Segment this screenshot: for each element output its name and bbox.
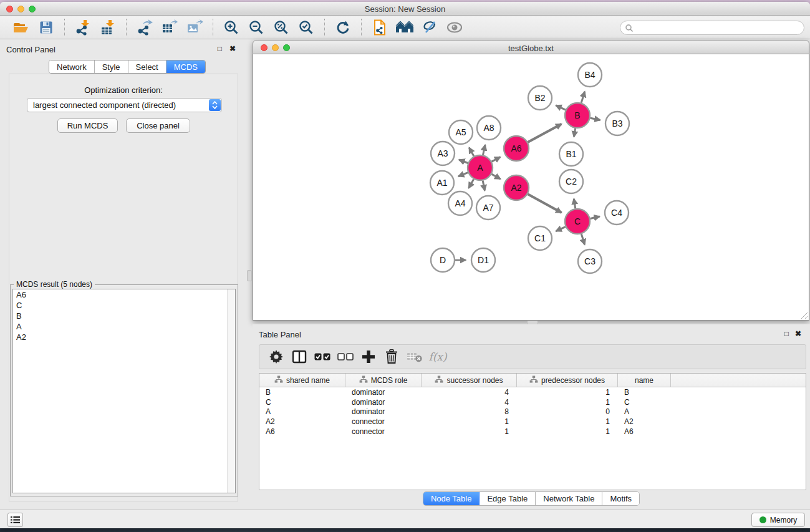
split-pane-divider-handle[interactable] [247,270,252,281]
network-graph[interactable]: B4B2BB3A8A5A6A3B1AC2A1A2A4A7C4CC1DD1C3 [253,54,809,319]
edge-A-A4[interactable] [469,179,474,188]
table-close-panel-icon[interactable]: ✖ [795,329,801,338]
task-history-button[interactable] [7,513,23,527]
tab-mcds[interactable]: MCDS [166,60,205,73]
table-settings-button[interactable] [268,348,285,365]
node-A4[interactable]: A4 [448,191,472,215]
table-cell[interactable]: B [259,388,345,397]
show-graphics-details-button[interactable] [445,18,464,37]
edge-C-C2[interactable] [574,199,575,209]
result-list-item[interactable]: C [13,300,235,311]
edge-B-B1[interactable] [574,128,575,137]
node-A2[interactable]: A2 [504,175,529,200]
node-B4[interactable]: B4 [578,63,602,87]
show-columns-button[interactable] [291,348,308,365]
node-C[interactable]: C [565,209,590,234]
close-panel-icon[interactable]: ✖ [229,44,236,53]
column-header-MCDS-role[interactable]: MCDS role [345,374,422,387]
edge-B-B4[interactable] [581,92,585,103]
edge-A-A1[interactable] [458,173,468,177]
tab-node-table[interactable]: Node Table [423,492,480,505]
node-A1[interactable]: A1 [430,171,454,195]
close-panel-button[interactable]: Close panel [126,118,190,133]
deselect-all-columns-button[interactable] [337,348,354,365]
table-cell[interactable]: B [618,388,671,397]
table-cell[interactable]: A [618,407,671,416]
tab-motifs[interactable]: Motifs [602,492,639,505]
edge-A-A5[interactable] [469,148,474,157]
table-float-panel-icon[interactable]: □ [784,329,789,338]
zoom-selected-button[interactable] [297,18,316,37]
tab-edge-table[interactable]: Edge Table [480,492,536,505]
edge-A-A6[interactable] [492,157,501,162]
node-B2[interactable]: B2 [528,86,552,110]
table-cell[interactable]: dominator [345,407,422,416]
main-titlebar[interactable]: Session: New Session [0,2,810,16]
node-A8[interactable]: A8 [477,116,501,140]
node-B1[interactable]: B1 [559,142,583,166]
tab-network-table[interactable]: Network Table [536,492,602,505]
node-A3[interactable]: A3 [431,142,455,165]
export-image-button[interactable] [185,18,204,37]
table-cell[interactable]: 0 [517,407,618,416]
table-row[interactable]: A2connector11A2 [259,417,806,427]
column-header-name[interactable]: name [618,374,671,387]
tab-network[interactable]: Network [49,60,95,73]
result-list-item[interactable]: A [13,321,235,332]
optimization-criterion-select[interactable]: largest connected component (directed) [27,98,222,112]
mcds-result-list[interactable]: A6CBAA2 [12,289,236,493]
edge-A-A2[interactable] [491,174,500,179]
edge-A2-C[interactable] [528,194,561,213]
table-cell[interactable]: 8 [422,407,517,416]
node-C3[interactable]: C3 [578,249,602,273]
export-table-button[interactable] [160,18,179,37]
node-C1[interactable]: C1 [528,226,552,250]
table-cell[interactable]: 1 [517,398,618,407]
node-A6[interactable]: A6 [504,136,529,161]
table-cell[interactable]: A6 [259,427,345,436]
table-cell[interactable]: A2 [618,417,671,426]
table-cell[interactable]: 1 [422,417,517,426]
apply-layout-button[interactable] [334,18,352,37]
save-session-button[interactable] [37,18,55,37]
table-cell[interactable]: 1 [422,427,517,436]
edge-A-A8[interactable] [483,145,485,155]
table-cell[interactable]: C [259,398,345,407]
first-neighbors-button[interactable] [395,18,414,37]
table-cell[interactable]: dominator [345,398,422,407]
node-D[interactable]: D [431,248,455,272]
table-cell[interactable]: 1 [517,388,618,397]
select-all-columns-button[interactable] [314,348,331,365]
column-header-shared-name[interactable]: shared name [259,374,345,387]
table-cell[interactable]: 1 [517,417,618,426]
create-column-button[interactable] [360,348,377,365]
node-A[interactable]: A [468,155,493,180]
table-cell[interactable]: 4 [422,398,517,407]
table-row[interactable]: Bdominator41B [259,387,806,397]
node-B[interactable]: B [565,103,590,128]
memory-button[interactable]: Memory [751,513,805,527]
edge-B-B2[interactable] [556,105,566,110]
table-cell[interactable]: C [618,398,671,407]
tab-style[interactable]: Style [95,60,128,73]
search-input[interactable] [620,21,804,35]
table-row[interactable]: A6connector11A6 [259,427,806,437]
edge-C-C3[interactable] [581,234,584,244]
hide-graphics-details-button[interactable] [420,18,439,37]
edge-A-A3[interactable] [459,160,468,163]
column-header-successor-nodes[interactable]: successor nodes [422,374,517,387]
result-list-item[interactable]: B [13,311,235,321]
import-network-button[interactable] [74,18,92,37]
edge-A-A7[interactable] [483,181,485,191]
zoom-fit-button[interactable] [272,18,291,37]
node-B3[interactable]: B3 [605,112,629,135]
node-A7[interactable]: A7 [476,196,500,220]
import-table-button[interactable] [99,18,117,37]
node-A5[interactable]: A5 [449,120,473,144]
table-cell[interactable]: connector [345,417,422,426]
edge-A6-B[interactable] [528,124,561,142]
network-canvas[interactable]: B4B2BB3A8A5A6A3B1AC2A1A2A4A7C4CC1DD1C3 [253,54,809,321]
run-mcds-button[interactable]: Run MCDS [57,118,118,133]
tab-select[interactable]: Select [128,60,166,73]
node-D1[interactable]: D1 [471,248,495,272]
